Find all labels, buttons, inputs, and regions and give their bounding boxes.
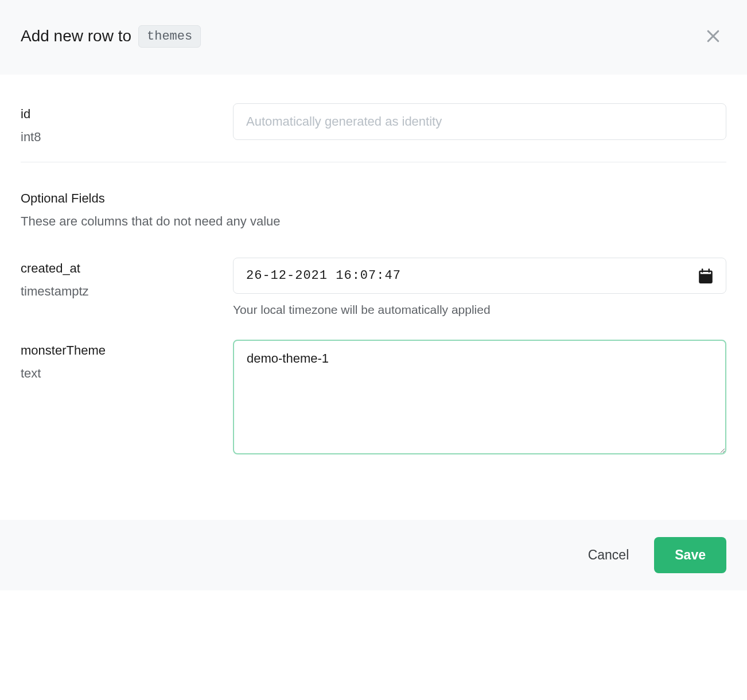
field-type-label: text (21, 366, 210, 381)
field-type-label: int8 (21, 130, 210, 145)
created-at-input[interactable] (233, 258, 726, 294)
close-icon (705, 28, 722, 45)
close-button[interactable] (700, 23, 726, 49)
optional-fields-subtitle: These are columns that do not need any v… (21, 214, 726, 229)
modal-footer: Cancel Save (0, 520, 747, 590)
modal-title: Add new row to (21, 27, 131, 45)
field-hint: Your local timezone will be automaticall… (233, 303, 726, 317)
field-label-col: created_at timestamptz (21, 258, 210, 317)
optional-fields-title: Optional Fields (21, 191, 726, 206)
field-row-created-at: created_at timestamptz Your local timezo… (21, 258, 726, 317)
field-label-col: id int8 (21, 103, 210, 145)
divider (21, 162, 726, 162)
field-name-label: id (21, 107, 210, 122)
id-input[interactable] (233, 103, 726, 140)
monster-theme-input[interactable] (233, 340, 726, 454)
optional-fields-section: Optional Fields These are columns that d… (21, 191, 726, 229)
modal-header: Add new row to themes (0, 0, 747, 75)
table-name-chip: themes (138, 25, 201, 48)
field-type-label: timestamptz (21, 284, 210, 299)
field-name-label: monsterTheme (21, 343, 210, 358)
save-button[interactable]: Save (654, 537, 726, 573)
field-label-col: monsterTheme text (21, 340, 210, 457)
field-name-label: created_at (21, 261, 210, 276)
modal-body: id int8 Optional Fields These are column… (0, 75, 747, 520)
cancel-button[interactable]: Cancel (583, 540, 634, 570)
field-row-id: id int8 (21, 103, 726, 145)
field-row-monster-theme: monsterTheme text (21, 340, 726, 457)
field-input-col: Your local timezone will be automaticall… (233, 258, 726, 317)
date-input-wrap (233, 258, 726, 294)
field-input-col (233, 103, 726, 145)
field-input-col (233, 340, 726, 457)
modal-title-wrap: Add new row to themes (21, 25, 201, 48)
